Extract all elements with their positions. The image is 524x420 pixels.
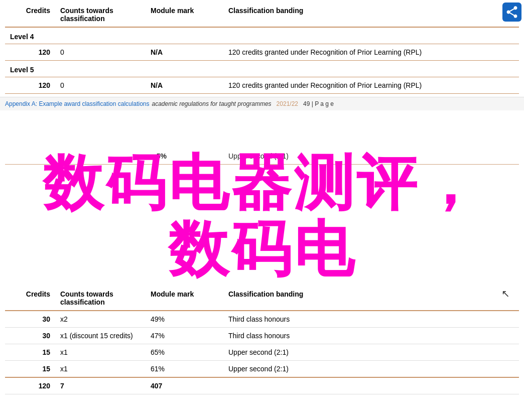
bottom-table: Credits Counts towards classification Mo…	[5, 286, 519, 394]
bottom-header-module-mark: Module mark	[146, 286, 223, 311]
classification-cell: 120 credits granted under Recognition of…	[223, 77, 519, 94]
credits-cell: 30	[5, 328, 55, 344]
module-mark-cell: 61%	[146, 361, 223, 378]
credits-cell: 30	[5, 311, 55, 328]
classification-cell: 120 credits granted under Recognition of…	[223, 44, 519, 61]
table-row: 120 0 N/A 120 credits granted under Reco…	[5, 77, 519, 94]
counts-cell: x1	[55, 361, 146, 378]
level4-row: Level 4	[5, 27, 519, 44]
level5-label: Level 5	[5, 61, 519, 77]
level6-partial-row: x 5% Upper second (2:1)	[0, 148, 524, 165]
credits-cell: 15	[5, 361, 55, 378]
classification-cell: Third class honours	[223, 328, 519, 344]
module-mark-cell: 65%	[146, 344, 223, 361]
footer-italic-text: academic regulations for taught programm…	[152, 100, 271, 107]
watermark-line2: 数码电	[168, 216, 356, 282]
table-row: 15 x1 65% Upper second (2:1)	[5, 344, 519, 361]
level5-row: Level 5	[5, 61, 519, 77]
bottom-header-classification: Classification banding	[223, 286, 519, 311]
total-counts: 7	[55, 377, 146, 394]
module-mark-cell: N/A	[146, 44, 223, 61]
total-module-mark: 407	[146, 377, 223, 394]
share-icon	[505, 5, 519, 19]
counts-cell: 0	[55, 44, 146, 61]
credits-cell: 15	[5, 344, 55, 361]
bottom-table-section: Credits Counts towards classification Mo…	[0, 286, 524, 394]
top-table-section: Credits Counts towards classification Mo…	[0, 0, 524, 110]
classification-cell: Upper second (2:1)	[223, 344, 519, 361]
footer-bar: Appendix A: Example award classification…	[0, 97, 524, 110]
table-row: x 5% Upper second (2:1)	[5, 148, 519, 165]
classification-cell: Upper second (2:1)	[223, 148, 519, 165]
credits-cell	[5, 148, 55, 165]
header-module-mark: Module mark	[146, 3, 223, 27]
table-row: 30 x1 (discount 15 credits) 47% Third cl…	[5, 328, 519, 344]
counts-cell: x1 (discount 15 credits)	[55, 328, 146, 344]
footer-year: 2021/22	[277, 100, 298, 107]
total-classification	[223, 377, 519, 394]
counts-cell	[55, 148, 146, 165]
module-mark-cell: 49%	[146, 311, 223, 328]
level4-label: Level 4	[5, 27, 519, 44]
partial-table: x 5% Upper second (2:1)	[5, 148, 519, 165]
classification-cell: Third class honours	[223, 311, 519, 328]
header-counts: Counts towards classification	[55, 3, 146, 27]
page-container: Credits Counts towards classification Mo…	[0, 0, 524, 110]
table-row: 30 x2 49% Third class honours	[5, 311, 519, 328]
bottom-table-header-row: Credits Counts towards classification Mo…	[5, 286, 519, 311]
counts-cell: 0	[55, 77, 146, 94]
classification-cell: Upper second (2:1)	[223, 361, 519, 378]
bottom-header-counts: Counts towards classification	[55, 286, 146, 311]
header-classification: Classification banding	[223, 3, 519, 27]
table-row: 15 x1 61% Upper second (2:1)	[5, 361, 519, 378]
counts-cell: x2	[55, 311, 146, 328]
module-mark-cell: N/A	[146, 77, 223, 94]
credits-cell: 120	[5, 44, 55, 61]
counts-cell: x1	[55, 344, 146, 361]
top-icon-button[interactable]	[502, 3, 521, 22]
bottom-header-credits: Credits	[5, 286, 55, 311]
module-mark-cell: x 5%	[146, 148, 223, 165]
table-row: 120 0 N/A 120 credits granted under Reco…	[5, 44, 519, 61]
header-credits: Credits	[5, 3, 55, 27]
module-mark-cell: 47%	[146, 328, 223, 344]
appendix-link[interactable]: Appendix A: Example award classification…	[5, 100, 149, 107]
total-row: 120 7 407	[5, 377, 519, 394]
total-credits: 120	[5, 377, 55, 394]
table-header-row: Credits Counts towards classification Mo…	[5, 3, 519, 27]
credits-cell: 120	[5, 77, 55, 94]
top-table: Credits Counts towards classification Mo…	[5, 3, 519, 110]
footer-page: 49 | P a g e	[303, 100, 334, 107]
